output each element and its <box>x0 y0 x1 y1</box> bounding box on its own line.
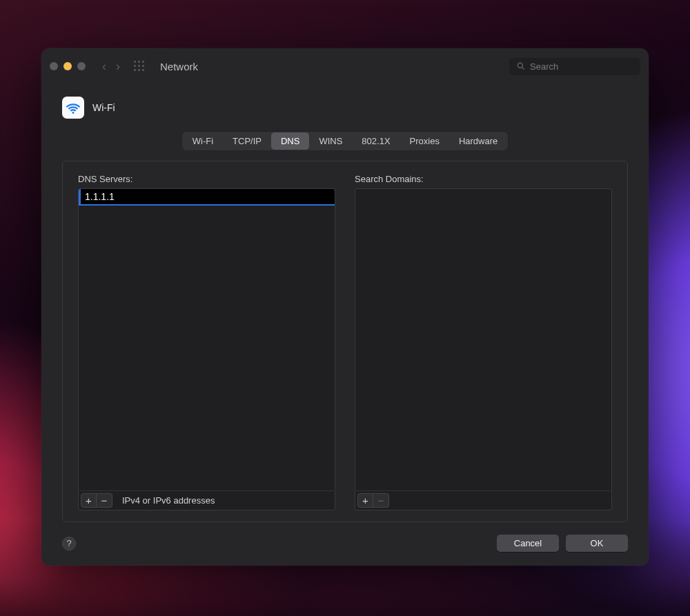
tab-wifi[interactable]: Wi-Fi <box>183 132 223 150</box>
zoom-window-button[interactable] <box>77 62 86 70</box>
search-placeholder: Search <box>530 61 558 72</box>
back-button[interactable]: ‹ <box>102 59 106 74</box>
search-field[interactable]: Search <box>509 58 640 75</box>
tab-wins[interactable]: WINS <box>309 132 352 150</box>
help-button[interactable]: ? <box>62 537 76 550</box>
tab-8021x[interactable]: 802.1X <box>352 132 400 150</box>
show-all-prefs-button[interactable] <box>134 61 145 72</box>
dialog-buttons: ? Cancel OK <box>62 535 628 552</box>
forward-button[interactable]: › <box>116 59 120 74</box>
dns-servers-footer: + − IPv4 or IPv6 addresses <box>78 490 335 510</box>
window-toolbar: ‹ › Network Search <box>41 48 649 84</box>
network-preferences-window: ‹ › Network Search Wi-Fi Wi-Fi TCP/IP DN… <box>41 48 649 566</box>
cancel-button[interactable]: Cancel <box>497 535 559 552</box>
dns-servers-label: DNS Servers: <box>78 174 335 184</box>
close-window-button[interactable] <box>50 62 58 70</box>
tab-tcpip[interactable]: TCP/IP <box>223 132 271 150</box>
dns-server-entry[interactable] <box>79 189 335 204</box>
search-domains-label: Search Domains: <box>355 174 612 184</box>
window-content: Wi-Fi Wi-Fi TCP/IP DNS WINS 802.1X Proxi… <box>41 84 649 566</box>
dns-server-input[interactable] <box>85 191 331 202</box>
dns-servers-list[interactable] <box>78 188 335 490</box>
interface-header: Wi-Fi <box>62 97 628 119</box>
settings-tab-bar: Wi-Fi TCP/IP DNS WINS 802.1X Proxies Har… <box>181 131 509 151</box>
dns-servers-column: DNS Servers: + − IPv4 or IPv6 addresses <box>78 174 335 510</box>
tab-proxies[interactable]: Proxies <box>400 132 449 150</box>
search-domains-column: Search Domains: + − <box>355 174 612 510</box>
remove-search-domain-button[interactable]: − <box>373 493 389 508</box>
minimize-window-button[interactable] <box>63 62 72 70</box>
window-title: Network <box>160 61 198 72</box>
ok-button[interactable]: OK <box>566 535 628 552</box>
search-domains-footer: + − <box>355 490 612 510</box>
svg-line-1 <box>522 67 524 69</box>
svg-point-0 <box>518 63 522 68</box>
dns-pane: DNS Servers: + − IPv4 or IPv6 addresses <box>62 161 628 522</box>
tab-hardware[interactable]: Hardware <box>449 132 507 150</box>
add-search-domain-button[interactable]: + <box>357 493 373 508</box>
tab-dns[interactable]: DNS <box>271 132 309 150</box>
search-icon <box>516 61 526 71</box>
dns-hint: IPv4 or IPv6 addresses <box>122 495 215 506</box>
interface-name: Wi-Fi <box>92 102 115 113</box>
wifi-icon <box>62 97 84 119</box>
traffic-lights <box>50 62 86 70</box>
add-dns-server-button[interactable]: + <box>81 493 97 508</box>
search-domains-list[interactable] <box>355 188 612 490</box>
remove-dns-server-button[interactable]: − <box>97 493 112 508</box>
